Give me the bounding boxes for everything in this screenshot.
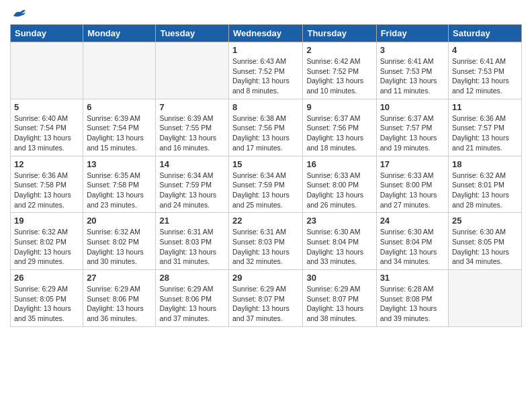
calendar-cell: 5Sunrise: 6:40 AM Sunset: 7:54 PM Daylig… [11, 99, 83, 156]
day-info: Sunrise: 6:42 AM Sunset: 7:52 PM Dayligh… [306, 56, 372, 96]
day-number: 11 [452, 102, 518, 112]
day-info: Sunrise: 6:41 AM Sunset: 7:53 PM Dayligh… [380, 56, 445, 96]
day-info: Sunrise: 6:34 AM Sunset: 7:59 PM Dayligh… [159, 171, 225, 210]
day-info: Sunrise: 6:35 AM Sunset: 7:58 PM Dayligh… [87, 171, 152, 210]
day-number: 14 [159, 159, 225, 169]
calendar-cell: 10Sunrise: 6:37 AM Sunset: 7:57 PM Dayli… [376, 99, 448, 156]
calendar-cell: 20Sunrise: 6:32 AM Sunset: 8:02 PM Dayli… [83, 213, 156, 270]
calendar-week-0: 1Sunrise: 6:43 AM Sunset: 7:52 PM Daylig… [11, 42, 522, 99]
day-info: Sunrise: 6:38 AM Sunset: 7:56 PM Dayligh… [232, 113, 299, 153]
day-number: 28 [159, 273, 225, 283]
day-number: 26 [14, 273, 79, 283]
day-info: Sunrise: 6:37 AM Sunset: 7:56 PM Dayligh… [306, 113, 372, 153]
header [10, 7, 522, 19]
day-number: 20 [87, 216, 152, 226]
weekday-header-friday: Friday [376, 25, 448, 42]
day-info: Sunrise: 6:29 AM Sunset: 8:07 PM Dayligh… [232, 284, 299, 324]
day-number: 29 [232, 273, 299, 283]
weekday-header-thursday: Thursday [303, 25, 376, 42]
day-number: 2 [306, 45, 372, 55]
weekday-header-tuesday: Tuesday [156, 25, 229, 42]
calendar-cell: 22Sunrise: 6:31 AM Sunset: 8:03 PM Dayli… [229, 213, 303, 270]
calendar-cell: 27Sunrise: 6:29 AM Sunset: 8:06 PM Dayli… [83, 270, 156, 327]
day-number: 1 [232, 45, 299, 55]
calendar-cell: 12Sunrise: 6:36 AM Sunset: 7:58 PM Dayli… [11, 156, 83, 213]
calendar-cell: 14Sunrise: 6:34 AM Sunset: 7:59 PM Dayli… [156, 156, 229, 213]
day-info: Sunrise: 6:43 AM Sunset: 7:52 PM Dayligh… [232, 56, 299, 96]
day-number: 9 [306, 102, 372, 112]
calendar-cell: 11Sunrise: 6:36 AM Sunset: 7:57 PM Dayli… [449, 99, 522, 156]
calendar-cell: 21Sunrise: 6:31 AM Sunset: 8:03 PM Dayli… [156, 213, 229, 270]
day-info: Sunrise: 6:29 AM Sunset: 8:06 PM Dayligh… [159, 284, 225, 324]
calendar-cell [449, 270, 522, 327]
day-number: 4 [452, 45, 518, 55]
logo [10, 7, 27, 19]
calendar-cell: 19Sunrise: 6:32 AM Sunset: 8:02 PM Dayli… [11, 213, 83, 270]
calendar-cell: 16Sunrise: 6:33 AM Sunset: 8:00 PM Dayli… [303, 156, 376, 213]
logo-bird-icon [12, 8, 27, 19]
calendar-cell [156, 42, 229, 99]
day-info: Sunrise: 6:39 AM Sunset: 7:54 PM Dayligh… [87, 113, 152, 153]
day-number: 5 [14, 102, 79, 112]
calendar-cell [11, 42, 83, 99]
day-info: Sunrise: 6:31 AM Sunset: 8:03 PM Dayligh… [232, 227, 299, 267]
day-info: Sunrise: 6:28 AM Sunset: 8:08 PM Dayligh… [380, 284, 445, 324]
day-number: 8 [232, 102, 299, 112]
calendar-cell: 18Sunrise: 6:32 AM Sunset: 8:01 PM Dayli… [449, 156, 522, 213]
weekday-header-monday: Monday [83, 25, 156, 42]
day-number: 16 [306, 159, 372, 169]
day-number: 19 [14, 216, 79, 226]
calendar-week-1: 5Sunrise: 6:40 AM Sunset: 7:54 PM Daylig… [11, 99, 522, 156]
day-number: 31 [380, 273, 445, 283]
calendar-cell: 6Sunrise: 6:39 AM Sunset: 7:54 PM Daylig… [83, 99, 156, 156]
day-info: Sunrise: 6:36 AM Sunset: 7:57 PM Dayligh… [452, 113, 518, 153]
calendar-cell: 1Sunrise: 6:43 AM Sunset: 7:52 PM Daylig… [229, 42, 303, 99]
page: SundayMondayTuesdayWednesdayThursdayFrid… [0, 0, 532, 411]
calendar-cell: 7Sunrise: 6:39 AM Sunset: 7:55 PM Daylig… [156, 99, 229, 156]
day-number: 10 [380, 102, 445, 112]
day-number: 18 [452, 159, 518, 169]
day-info: Sunrise: 6:31 AM Sunset: 8:03 PM Dayligh… [159, 227, 225, 267]
weekday-header-sunday: Sunday [11, 25, 83, 42]
day-number: 6 [87, 102, 152, 112]
day-info: Sunrise: 6:41 AM Sunset: 7:53 PM Dayligh… [452, 56, 518, 96]
weekday-header-saturday: Saturday [449, 25, 522, 42]
calendar-cell: 8Sunrise: 6:38 AM Sunset: 7:56 PM Daylig… [229, 99, 303, 156]
weekday-header-wednesday: Wednesday [229, 25, 303, 42]
day-info: Sunrise: 6:30 AM Sunset: 8:04 PM Dayligh… [380, 227, 445, 267]
day-info: Sunrise: 6:32 AM Sunset: 8:01 PM Dayligh… [452, 171, 518, 210]
day-info: Sunrise: 6:29 AM Sunset: 8:06 PM Dayligh… [87, 284, 152, 324]
calendar-cell: 13Sunrise: 6:35 AM Sunset: 7:58 PM Dayli… [83, 156, 156, 213]
calendar-cell: 28Sunrise: 6:29 AM Sunset: 8:06 PM Dayli… [156, 270, 229, 327]
day-number: 21 [159, 216, 225, 226]
calendar-week-2: 12Sunrise: 6:36 AM Sunset: 7:58 PM Dayli… [11, 156, 522, 213]
calendar-cell: 3Sunrise: 6:41 AM Sunset: 7:53 PM Daylig… [376, 42, 448, 99]
day-number: 15 [232, 159, 299, 169]
calendar-cell: 2Sunrise: 6:42 AM Sunset: 7:52 PM Daylig… [303, 42, 376, 99]
calendar-cell: 29Sunrise: 6:29 AM Sunset: 8:07 PM Dayli… [229, 270, 303, 327]
day-number: 24 [380, 216, 445, 226]
day-info: Sunrise: 6:40 AM Sunset: 7:54 PM Dayligh… [14, 113, 79, 153]
day-info: Sunrise: 6:29 AM Sunset: 8:07 PM Dayligh… [306, 284, 372, 324]
day-number: 17 [380, 159, 445, 169]
day-info: Sunrise: 6:33 AM Sunset: 8:00 PM Dayligh… [306, 171, 372, 210]
day-info: Sunrise: 6:32 AM Sunset: 8:02 PM Dayligh… [14, 227, 79, 267]
day-number: 27 [87, 273, 152, 283]
calendar-cell: 25Sunrise: 6:30 AM Sunset: 8:05 PM Dayli… [449, 213, 522, 270]
calendar-cell: 31Sunrise: 6:28 AM Sunset: 8:08 PM Dayli… [376, 270, 448, 327]
calendar-week-3: 19Sunrise: 6:32 AM Sunset: 8:02 PM Dayli… [11, 213, 522, 270]
day-info: Sunrise: 6:30 AM Sunset: 8:04 PM Dayligh… [306, 227, 372, 267]
day-info: Sunrise: 6:36 AM Sunset: 7:58 PM Dayligh… [14, 171, 79, 210]
calendar-cell: 17Sunrise: 6:33 AM Sunset: 8:00 PM Dayli… [376, 156, 448, 213]
calendar-cell: 23Sunrise: 6:30 AM Sunset: 8:04 PM Dayli… [303, 213, 376, 270]
calendar-table: SundayMondayTuesdayWednesdayThursdayFrid… [10, 24, 522, 327]
calendar-cell: 26Sunrise: 6:29 AM Sunset: 8:05 PM Dayli… [11, 270, 83, 327]
calendar-cell: 9Sunrise: 6:37 AM Sunset: 7:56 PM Daylig… [303, 99, 376, 156]
calendar-cell: 30Sunrise: 6:29 AM Sunset: 8:07 PM Dayli… [303, 270, 376, 327]
calendar-cell: 24Sunrise: 6:30 AM Sunset: 8:04 PM Dayli… [376, 213, 448, 270]
day-info: Sunrise: 6:33 AM Sunset: 8:00 PM Dayligh… [380, 171, 445, 210]
day-number: 7 [159, 102, 225, 112]
calendar-cell: 4Sunrise: 6:41 AM Sunset: 7:53 PM Daylig… [449, 42, 522, 99]
day-info: Sunrise: 6:29 AM Sunset: 8:05 PM Dayligh… [14, 284, 79, 324]
day-info: Sunrise: 6:34 AM Sunset: 7:59 PM Dayligh… [232, 171, 299, 210]
